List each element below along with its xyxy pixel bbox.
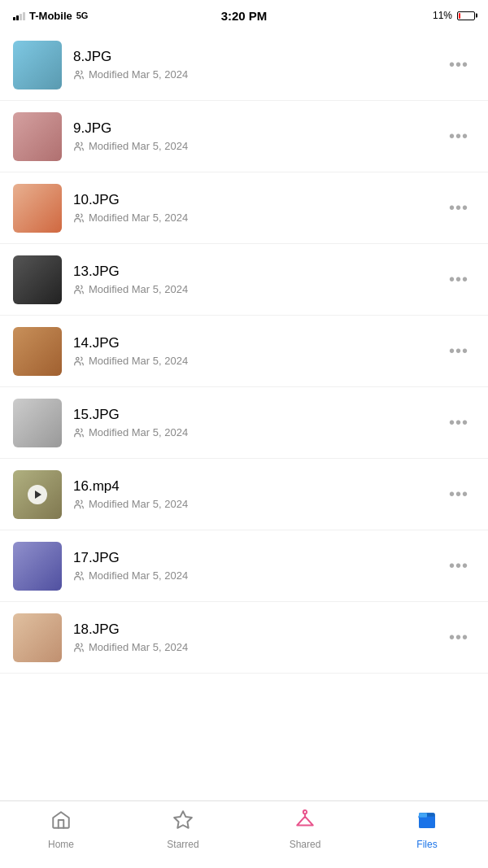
- file-name: 14.JPG: [73, 335, 442, 351]
- status-right: 11%: [433, 10, 475, 21]
- more-options-button[interactable]: •••: [442, 264, 475, 295]
- file-name: 13.JPG: [73, 264, 442, 280]
- svg-point-7: [76, 572, 80, 575]
- file-name: 9.JPG: [73, 120, 442, 137]
- more-options-button[interactable]: •••: [442, 49, 475, 81]
- svg-rect-14: [419, 817, 435, 828]
- shared-persons-icon: [73, 427, 85, 438]
- file-info: 9.JPGModified Mar 5, 2024: [73, 120, 442, 152]
- file-list: 8.JPGModified Mar 5, 2024•••9.JPGModifie…: [0, 29, 488, 674]
- network-type: 5G: [76, 11, 89, 20]
- more-options-button[interactable]: •••: [442, 622, 475, 653]
- list-item[interactable]: 8.JPGModified Mar 5, 2024•••: [0, 29, 488, 101]
- file-name: 17.JPG: [73, 550, 442, 566]
- file-meta: Modified Mar 5, 2024: [73, 283, 442, 295]
- file-meta: Modified Mar 5, 2024: [73, 498, 442, 510]
- file-modified: Modified Mar 5, 2024: [89, 212, 188, 224]
- more-options-button[interactable]: •••: [442, 407, 475, 438]
- more-options-button[interactable]: •••: [442, 478, 475, 510]
- list-item[interactable]: 16.mp4Modified Mar 5, 2024•••: [0, 459, 488, 530]
- list-item[interactable]: 18.JPGModified Mar 5, 2024•••: [0, 602, 488, 674]
- shared-persons-icon: [73, 499, 85, 510]
- file-info: 18.JPGModified Mar 5, 2024: [73, 622, 442, 653]
- svg-point-8: [76, 643, 80, 647]
- file-modified: Modified Mar 5, 2024: [89, 283, 188, 295]
- file-info: 13.JPGModified Mar 5, 2024: [73, 264, 442, 295]
- file-name: 16.mp4: [73, 478, 442, 495]
- shared-persons-icon: [73, 642, 85, 653]
- file-meta: Modified Mar 5, 2024: [73, 426, 442, 438]
- file-thumbnail: [13, 112, 62, 161]
- file-name: 18.JPG: [73, 622, 442, 638]
- battery-icon: [457, 11, 475, 20]
- file-meta: Modified Mar 5, 2024: [73, 569, 442, 582]
- file-meta: Modified Mar 5, 2024: [73, 68, 442, 81]
- more-options-button[interactable]: •••: [442, 120, 475, 152]
- shared-persons-icon: [73, 69, 85, 81]
- status-time: 3:20 PM: [221, 9, 268, 23]
- file-info: 17.JPGModified Mar 5, 2024: [73, 550, 442, 582]
- nav-starred[interactable]: Starred: [122, 809, 244, 850]
- svg-point-2: [76, 214, 80, 217]
- file-meta: Modified Mar 5, 2024: [73, 212, 442, 224]
- list-item[interactable]: 14.JPGModified Mar 5, 2024•••: [0, 316, 488, 387]
- file-modified: Modified Mar 5, 2024: [89, 68, 188, 81]
- more-options-button[interactable]: •••: [442, 335, 475, 367]
- signal-icon: [13, 11, 25, 20]
- nav-home[interactable]: Home: [0, 809, 122, 850]
- carrier-name: T-Mobile: [29, 10, 72, 22]
- shared-persons-icon: [73, 570, 85, 582]
- star-icon: [172, 809, 194, 835]
- file-info: 15.JPGModified Mar 5, 2024: [73, 407, 442, 438]
- more-options-button[interactable]: •••: [442, 192, 475, 224]
- file-thumbnail: [13, 470, 62, 519]
- file-modified: Modified Mar 5, 2024: [89, 140, 188, 152]
- file-name: 8.JPG: [73, 49, 442, 65]
- svg-point-5: [76, 429, 80, 432]
- file-info: 10.JPGModified Mar 5, 2024: [73, 192, 442, 224]
- svg-point-1: [76, 142, 80, 146]
- shared-persons-icon: [73, 212, 85, 224]
- carrier-info: T-Mobile 5G: [13, 10, 88, 22]
- file-meta: Modified Mar 5, 2024: [73, 641, 442, 653]
- more-options-button[interactable]: •••: [442, 550, 475, 582]
- shared-persons-icon: [73, 355, 85, 367]
- list-item[interactable]: 10.JPGModified Mar 5, 2024•••: [0, 172, 488, 244]
- nav-files[interactable]: Files: [366, 809, 488, 850]
- nav-shared[interactable]: Shared: [244, 809, 366, 850]
- svg-point-3: [76, 286, 80, 289]
- file-thumbnail: [13, 399, 62, 447]
- file-meta: Modified Mar 5, 2024: [73, 140, 442, 152]
- file-thumbnail: [13, 255, 62, 304]
- file-modified: Modified Mar 5, 2024: [89, 426, 188, 438]
- bottom-nav: Home Starred Shared: [0, 800, 488, 868]
- list-item[interactable]: 13.JPGModified Mar 5, 2024•••: [0, 244, 488, 316]
- file-thumbnail: [13, 41, 62, 89]
- file-name: 10.JPG: [73, 192, 442, 208]
- svg-point-0: [76, 71, 80, 74]
- list-item[interactable]: 17.JPGModified Mar 5, 2024•••: [0, 530, 488, 602]
- file-name: 15.JPG: [73, 407, 442, 423]
- file-thumbnail: [13, 613, 62, 662]
- file-info: 14.JPGModified Mar 5, 2024: [73, 335, 442, 367]
- file-modified: Modified Mar 5, 2024: [89, 641, 188, 653]
- svg-rect-15: [419, 813, 427, 817]
- list-item[interactable]: 9.JPGModified Mar 5, 2024•••: [0, 101, 488, 172]
- file-thumbnail: [13, 327, 62, 376]
- file-thumbnail: [13, 184, 62, 233]
- home-icon: [50, 809, 72, 835]
- svg-point-4: [76, 357, 80, 360]
- nav-home-label: Home: [48, 839, 74, 850]
- file-modified: Modified Mar 5, 2024: [89, 355, 188, 367]
- file-info: 16.mp4Modified Mar 5, 2024: [73, 478, 442, 510]
- nav-shared-label: Shared: [290, 839, 321, 850]
- nav-starred-label: Starred: [167, 839, 198, 850]
- shared-persons-icon: [73, 284, 85, 295]
- list-item[interactable]: 15.JPGModified Mar 5, 2024•••: [0, 387, 488, 459]
- file-info: 8.JPGModified Mar 5, 2024: [73, 49, 442, 81]
- shared-icon: [294, 809, 316, 835]
- file-thumbnail: [13, 542, 62, 591]
- file-meta: Modified Mar 5, 2024: [73, 355, 442, 367]
- file-modified: Modified Mar 5, 2024: [89, 569, 188, 582]
- battery-percent: 11%: [433, 10, 452, 21]
